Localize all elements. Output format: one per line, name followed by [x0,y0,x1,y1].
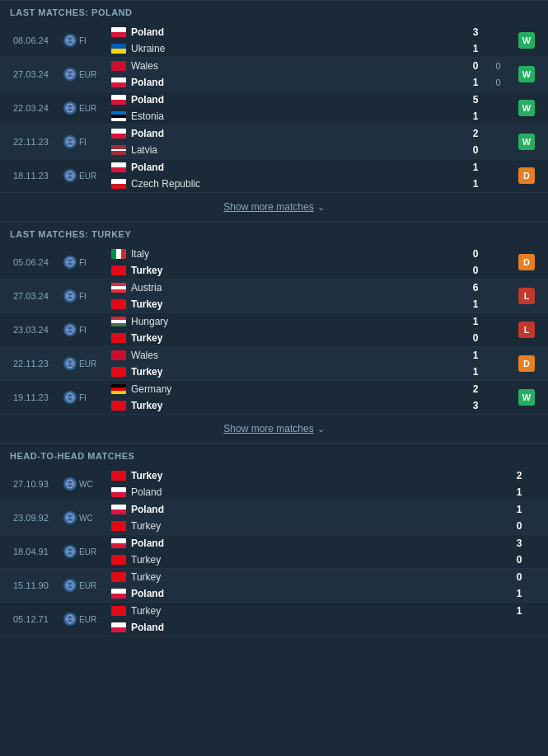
show-more-row[interactable]: Show more matches ⌄ [0,193,548,222]
match-teams-scores: Poland 3 Ukraine 1 [108,24,512,57]
show-more-text[interactable]: Show more matches [223,423,313,434]
result-badge: W [518,389,535,406]
team-row-home: Wales 0 0 [108,58,512,74]
score-away: 0 [463,144,488,156]
comp-label: FI [79,138,87,147]
team-row-home: Wales 1 [108,347,512,364]
flag-home [111,95,126,105]
team-row-away: Estonia 1 [108,108,512,124]
h2h-team-name-home: Turkey [131,605,507,617]
h2h-team-row-away: Poland 1 [108,585,535,602]
team-name-home: Poland [131,26,463,38]
h2h-team-row-home: Poland 1 [108,501,535,518]
globe-icon [63,169,77,182]
match-left-info: 27.03.24 EUR [0,58,108,91]
score-home: 3 [463,26,488,38]
match-teams-scores: Italy 0 Turkey 0 [108,246,512,279]
h2h-team-row-home: Poland 3 [108,535,535,552]
comp-label: FI [79,393,87,402]
result-badge: D [518,254,535,270]
section-header-h2h: HEAD-TO-HEAD MATCHES [0,444,548,467]
h2h-badge-col [535,569,548,602]
flag-home [111,162,126,172]
flag-home [111,283,126,293]
h2h-badge-col [535,535,548,568]
h2h-flag-away [111,555,126,565]
team-name-home: Wales [131,60,463,72]
globe-icon [63,101,77,115]
team-name-away: Poland [131,77,463,88]
score2-away: 0 [488,77,508,87]
match-row: 27.03.24 EUR Wales 0 0 Poland 1 [0,58,548,92]
section-header-poland: LAST MATCHES: POLAND [0,0,548,24]
h2h-flag-home [111,606,126,616]
score-home: 1 [463,162,488,173]
score-home: 5 [463,94,488,106]
flag-home [111,350,126,360]
match-date: 22.11.23 [7,355,60,372]
section-header-turkey: LAST MATCHES: TURKEY [0,222,548,246]
comp-label: EUR [79,70,96,79]
match-left-info: 22.11.23 EUR [0,347,108,380]
comp-label: FI [79,258,87,267]
show-more-row[interactable]: Show more matches ⌄ [0,415,548,444]
score-away: 1 [463,298,488,310]
team-row-away: Turkey 1 [108,296,512,312]
comp-label: FI [79,292,87,301]
h2h-match-date: 23.09.92 [7,509,60,526]
h2h-team-row-away: Poland 1 [108,484,535,500]
result-badge-col: D [512,246,548,279]
h2h-comp-label: WC [79,480,93,489]
show-more-text[interactable]: Show more matches [223,201,313,213]
h2h-team-name-away: Poland [131,588,507,599]
h2h-team-row-away: Turkey 0 [108,518,535,534]
h2h-match-teams-scores: Poland 1 Turkey 0 [108,501,535,534]
flag-away [111,111,126,121]
h2h-comp-label: EUR [79,581,96,590]
score-away: 0 [463,332,488,344]
chevron-down-icon: ⌄ [317,202,325,213]
match-comp: FI [60,252,101,272]
match-comp: EUR [60,354,101,373]
team-name-away: Turkey [131,265,463,276]
result-badge: D [518,355,535,372]
score-away: 1 [463,110,488,122]
match-teams-scores: Wales 0 0 Poland 1 0 [108,58,512,91]
flag-away [111,401,126,411]
score-away: 1 [463,77,488,88]
globe-icon [63,391,77,404]
flag-away [111,367,126,377]
h2h-match-date: 05.12.71 [7,611,60,627]
h2h-match-comp: EUR [60,575,101,595]
flag-home [111,27,126,37]
match-left-info: 27.03.24 FI [0,279,108,312]
match-teams-scores: Wales 1 Turkey 1 [108,347,512,380]
match-left-info: 19.11.23 FI [0,381,108,414]
h2h-match-left-info: 23.09.92 WC [0,501,108,534]
score-away: 3 [463,400,488,411]
h2h-match-teams-scores: Turkey 0 Poland 1 [108,569,535,602]
team-row-home: Hungary 1 [108,313,512,330]
h2h-match-row: 05.12.71 EUR Turkey 1 Poland [0,603,548,636]
match-comp: FI [60,132,101,152]
match-comp: FI [60,387,101,407]
team-name-away: Ukraine [131,43,463,54]
team-row-away: Ukraine 1 [108,40,512,57]
team-name-away: Turkey [131,400,463,411]
flag-away [111,77,126,87]
match-date: 23.03.24 [7,322,60,338]
h2h-score-home: 0 [507,571,532,583]
team-name-home: Wales [131,350,463,361]
result-badge: W [518,32,535,49]
flag-home [111,249,126,259]
h2h-team-row-home: Turkey 1 [108,603,535,619]
match-comp: FI [60,31,101,50]
team-row-away: Latvia 0 [108,142,512,158]
h2h-badge-col [535,603,548,636]
match-row: 19.11.23 FI Germany 2 Turkey 3 [0,381,548,415]
h2h-comp-label: EUR [79,615,96,624]
h2h-match-left-info: 05.12.71 EUR [0,603,108,636]
h2h-flag-away [111,589,126,599]
match-row: 05.06.24 FI Italy 0 Turkey 0 [0,246,548,279]
globe-icon [63,613,77,626]
